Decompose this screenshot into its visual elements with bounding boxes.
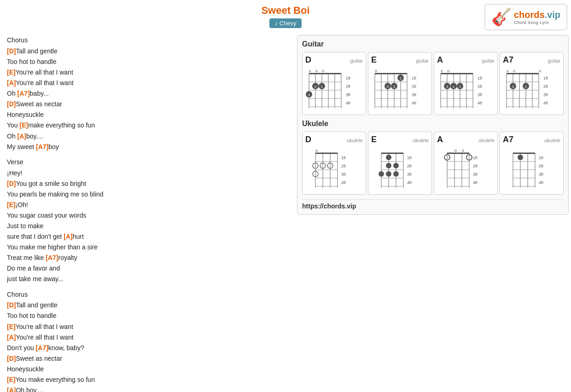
svg-text:2fr: 2fr <box>539 164 544 168</box>
lyrics-line: Oh [A]boy.... <box>7 131 288 142</box>
svg-text:4fr: 4fr <box>412 101 417 105</box>
svg-text:2fr: 2fr <box>407 164 412 168</box>
chord-a7[interactable]: [A7] <box>17 90 30 97</box>
svg-text:4fr: 4fr <box>543 101 548 105</box>
chord-box-header: D guitar <box>305 55 363 65</box>
chord-a7[interactable]: [A7] <box>36 344 48 352</box>
chord-a[interactable]: [A] <box>7 79 16 86</box>
svg-text:4fr: 4fr <box>539 180 544 185</box>
lyrics-line: sure that I don't get [A]hurt <box>7 231 288 242</box>
lyrics-line: [D]Sweet as nectar <box>7 99 288 110</box>
chord-box-header: E ukulele <box>371 135 429 144</box>
chord-name-a: A <box>437 135 443 144</box>
lyrics-line: Just to make <box>7 221 288 231</box>
e-guitar-diagram: o 1fr 2fr 3fr <box>371 67 422 113</box>
chord-box-a7-ukulele: A7 ukulele 1fr 2fr 3fr <box>500 132 564 195</box>
main-content: Chorus [D]Tall and gentle Too hot to han… <box>0 30 571 392</box>
ukulele-chord-row: D ukulele o 1fr <box>302 132 564 195</box>
svg-text:1fr: 1fr <box>407 156 412 160</box>
lyrics-line: [D]Sweet as nectar <box>7 353 288 364</box>
chord-a[interactable]: [A] <box>7 386 16 392</box>
chord-box-header: A ukulele <box>437 135 495 144</box>
chord-type-guitar: guitar <box>350 58 363 63</box>
lyrics-line: Too hot to handle <box>7 57 288 67</box>
svg-text:o: o <box>447 69 449 73</box>
lyrics-line: Honeysuckle <box>7 364 288 375</box>
svg-text:2fr: 2fr <box>473 164 478 168</box>
lyrics-line: [A]You're all that I want <box>7 332 288 343</box>
chord-name-e: E <box>371 135 377 144</box>
lyrics-line: [E]You're all that I want <box>7 67 288 78</box>
svg-point-158 <box>518 155 523 160</box>
chord-url: https://chords.vip <box>302 199 564 210</box>
logo-vip-text: .vip <box>545 10 560 20</box>
chord-d[interactable]: [D] <box>7 301 16 309</box>
lyrics-line: [E]You make everything so fun <box>7 375 288 385</box>
svg-text:1: 1 <box>321 85 323 89</box>
svg-text:1fr: 1fr <box>473 156 478 160</box>
chord-box-header: A7 ukulele <box>503 135 560 144</box>
svg-text:3fr: 3fr <box>407 172 412 177</box>
chord-name-a7: A7 <box>503 55 513 65</box>
chord-name-a7: A7 <box>503 135 513 144</box>
artist-badge[interactable]: Chevy <box>269 18 302 28</box>
chord-a7[interactable]: [A7] <box>46 254 58 261</box>
chord-d[interactable]: [D] <box>7 355 16 362</box>
lyrics-section: Chorus [D]Tall and gentle Too hot to han… <box>7 35 288 392</box>
svg-text:2fr: 2fr <box>341 164 346 168</box>
chord-a7[interactable]: [A7] <box>36 143 48 150</box>
d-guitar-diagram: x o o 1fr <box>305 67 356 113</box>
svg-text:o: o <box>539 69 541 73</box>
svg-text:2fr: 2fr <box>543 84 548 89</box>
e-ukulele-diagram: 1fr 2fr 3fr 4fr <box>371 146 422 192</box>
svg-text:o: o <box>462 148 464 153</box>
chord-e[interactable]: [E] <box>7 376 16 383</box>
chord-a[interactable]: [A] <box>7 334 16 341</box>
svg-text:3fr: 3fr <box>539 172 544 177</box>
lyrics-line: just take me away... <box>7 274 288 284</box>
chord-box-header: D ukulele <box>305 135 363 144</box>
d-ukulele-diagram: o 1fr 2fr 3fr 4fr <box>305 146 356 192</box>
lyrics-line: [E]¡Oh! <box>7 200 288 210</box>
svg-text:3fr: 3fr <box>543 92 548 97</box>
svg-point-125 <box>379 171 384 177</box>
chord-e[interactable]: [E] <box>7 323 16 330</box>
chord-box-e-guitar: E guitar o <box>368 52 432 115</box>
chord-name-d: D <box>305 55 311 65</box>
chord-panel: Guitar D guitar x o o <box>297 35 569 215</box>
svg-text:3: 3 <box>512 85 514 89</box>
chord-type-guitar: guitar <box>482 58 495 63</box>
lyrics-line: [D]Tall and gentle <box>7 300 288 311</box>
guitar-section-title: Guitar <box>302 40 564 48</box>
chord-type-ukulele: ukulele <box>544 138 560 143</box>
lyrics-line: You pearls be making me so blind <box>7 189 288 200</box>
chord-e[interactable]: [E] <box>20 121 29 129</box>
svg-text:3fr: 3fr <box>412 92 417 97</box>
svg-point-124 <box>393 163 399 168</box>
chord-d[interactable]: [D] <box>7 100 16 108</box>
blank-line <box>7 152 288 157</box>
chord-a[interactable]: [A] <box>17 133 26 140</box>
svg-text:4fr: 4fr <box>407 180 412 185</box>
chord-box-a7-guitar: A7 guitar x o o <box>500 52 564 115</box>
chord-d[interactable]: [D] <box>7 47 16 55</box>
logo-chords-text: chords <box>514 10 545 20</box>
chord-box-a-guitar: A guitar x o <box>434 52 498 115</box>
chord-e[interactable]: [E] <box>7 201 16 208</box>
chord-name-a: A <box>437 55 443 65</box>
lyrics-line: Do me a favor and <box>7 263 288 274</box>
lyrics-line: [D]Tall and gentle <box>7 46 288 57</box>
chord-name-e: E <box>371 55 377 65</box>
svg-text:2: 2 <box>525 85 527 89</box>
svg-text:4fr: 4fr <box>473 180 478 185</box>
svg-text:2fr: 2fr <box>346 84 351 89</box>
svg-text:2fr: 2fr <box>412 84 417 89</box>
lyrics-line: My sweet [A7]boy <box>7 142 288 152</box>
lyrics-line: Too hot to handle <box>7 311 288 321</box>
chord-a[interactable]: [A] <box>64 233 72 240</box>
lyrics-line: [E]You're all that I want <box>7 322 288 332</box>
chord-d[interactable]: [D] <box>7 180 16 187</box>
a7-guitar-diagram: x o o 1fr <box>503 67 554 113</box>
chord-e[interactable]: [E] <box>7 69 16 76</box>
logo-subtext: Chord Song Lyric <box>514 20 549 25</box>
